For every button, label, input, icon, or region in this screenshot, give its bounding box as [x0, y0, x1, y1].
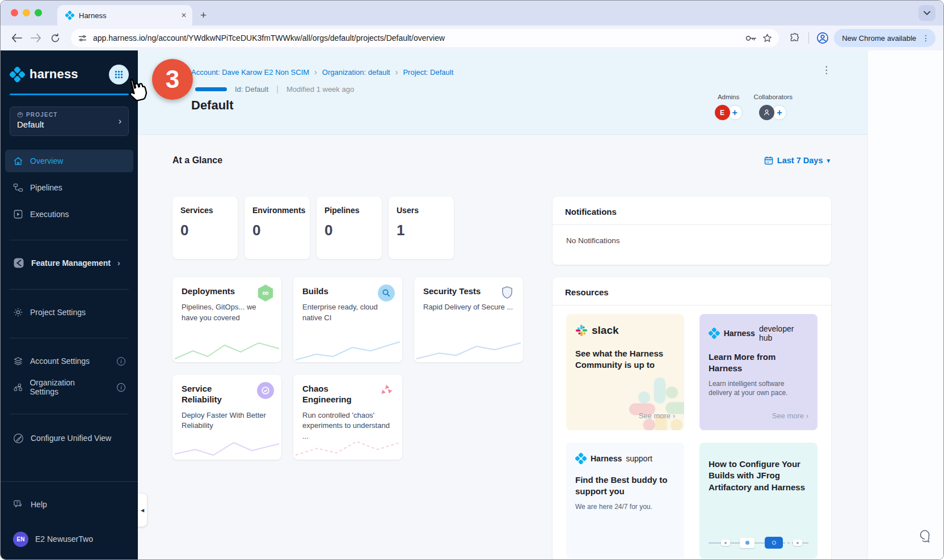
- sparkline: [172, 437, 281, 460]
- sidebar-item-project-settings[interactable]: Project Settings: [1, 301, 138, 324]
- stat-card-pipelines[interactable]: Pipelines 0: [317, 197, 382, 259]
- see-more-link[interactable]: See more ›: [772, 411, 808, 420]
- info-icon[interactable]: i: [117, 383, 125, 392]
- breadcrumb: Account: Dave Karow E2 Non SCIM › Organi…: [191, 67, 453, 77]
- project-options-menu[interactable]: ⋮: [821, 65, 831, 75]
- layers-icon: [13, 356, 23, 366]
- sidebar-item-organization-settings[interactable]: Organization Settings i: [1, 377, 138, 397]
- sidebar-user[interactable]: EN E2 NewuserTwo: [1, 529, 138, 549]
- stats-row: Services 0 Environments 0 Pipelines 0: [172, 197, 524, 259]
- module-card-chaos-engineering[interactable]: Chaos Engineering Run controlled 'chaos'…: [293, 375, 402, 460]
- close-window-button[interactable]: [11, 9, 18, 16]
- module-card-security-tests[interactable]: Security Tests Rapid Delivery of Secure …: [414, 277, 523, 362]
- zoom-window-button[interactable]: [35, 9, 42, 16]
- sidebar-item-configure-unified-view[interactable]: Configure Unified View: [1, 427, 138, 449]
- project-label: PROJECT: [26, 112, 58, 118]
- progress-bar: [195, 87, 227, 91]
- back-button[interactable]: [9, 30, 24, 46]
- stat-card-services[interactable]: Services 0: [172, 197, 238, 259]
- breadcrumb-organization-link[interactable]: Organization: default: [322, 68, 390, 77]
- collaborator-avatar[interactable]: [759, 105, 774, 120]
- configure-unified-view-label: Configure Unified View: [31, 434, 111, 443]
- main-content: Account: Dave Karow E2 Non SCIM › Organi…: [138, 50, 943, 560]
- new-chrome-button[interactable]: New Chrome available ⋮: [834, 29, 935, 47]
- forward-button[interactable]: [28, 30, 44, 46]
- harness-logo-icon: [709, 328, 720, 339]
- see-more-link[interactable]: See more ›: [639, 411, 675, 420]
- tab-title: Harness: [79, 11, 176, 20]
- stat-card-users[interactable]: Users 1: [389, 197, 454, 259]
- breadcrumb-project-link[interactable]: Project: Default: [403, 68, 453, 77]
- help-chat-icon: ?: [13, 499, 24, 510]
- harness-brand[interactable]: harness: [10, 67, 78, 82]
- tab-close-icon[interactable]: ✕: [181, 11, 187, 19]
- resources-panel: Resources slack See what the Harness Com…: [553, 277, 831, 560]
- resource-card-support[interactable]: Harness support Find the Best buddy to s…: [566, 443, 684, 559]
- stat-value: 0: [252, 222, 302, 239]
- page-title: Default: [191, 98, 234, 113]
- new-tab-button[interactable]: +: [200, 9, 206, 22]
- home-icon: [13, 156, 23, 166]
- chevron-right-icon: ›: [119, 116, 121, 126]
- svg-text:?: ?: [16, 501, 18, 505]
- breadcrumb-account-link[interactable]: Account: Dave Karow E2 Non SCIM: [191, 68, 309, 77]
- sidebar-collapse-handle[interactable]: ◀: [138, 494, 147, 527]
- chrome-menu-icon[interactable]: ⋮: [920, 35, 932, 41]
- resource-body: Learn intelligent software delivery at y…: [709, 379, 808, 398]
- project-meta: Id: Default | Modified 1 week ago: [195, 84, 354, 94]
- admins-group: Admins E +: [715, 94, 743, 120]
- bookmark-star-icon[interactable]: [762, 33, 772, 43]
- wrench-icon: [13, 433, 24, 444]
- url-bar[interactable]: app.harness.io/ng/account/YWdkwNPiTceDUK…: [71, 29, 779, 47]
- brand-name: harness: [30, 67, 78, 82]
- sidebar-item-overview[interactable]: Overview: [5, 150, 133, 172]
- site-info-icon[interactable]: [78, 33, 87, 43]
- stat-value: 0: [324, 222, 374, 239]
- tab-search-button[interactable]: [918, 5, 935, 21]
- user-avatar: EN: [13, 532, 28, 547]
- project-selector[interactable]: PROJECT Default ›: [10, 107, 129, 136]
- sidebar-item-account-settings[interactable]: Account Settings i: [1, 351, 138, 371]
- resource-card-slack[interactable]: slack See what the Harness Community is …: [566, 314, 684, 430]
- profile-icon[interactable]: [815, 30, 831, 46]
- resource-card-jfrog[interactable]: How to Configure Your Builds with JFrog …: [699, 443, 817, 559]
- extensions-icon[interactable]: [787, 30, 803, 46]
- user-name: E2 NewuserTwo: [35, 534, 93, 544]
- browser-tab[interactable]: Harness ✕: [57, 5, 192, 26]
- person-icon: [763, 109, 770, 116]
- reload-button[interactable]: [47, 30, 63, 46]
- sidebar-item-feature-management[interactable]: Feature Management ›: [1, 252, 138, 274]
- url-text[interactable]: app.harness.io/ng/account/YWdkwNPiTceDUK…: [93, 33, 740, 43]
- sidebar-item-help[interactable]: ? Help: [1, 494, 138, 515]
- admin-avatar[interactable]: E: [715, 105, 730, 120]
- password-key-icon[interactable]: [745, 35, 757, 42]
- date-range-selector[interactable]: Last 7 Days ▾: [764, 156, 830, 165]
- caret-down-icon: ▾: [827, 157, 830, 164]
- nav-label: Overview: [30, 156, 63, 166]
- resource-heading: Find the Best buddy to support you: [575, 474, 675, 498]
- chat-widget-button[interactable]: [920, 530, 934, 546]
- stat-value: 0: [180, 222, 230, 239]
- sidebar-item-pipelines[interactable]: Pipelines: [5, 176, 133, 199]
- sidebar: harness PROJECT Default ›: [1, 50, 138, 560]
- app-frame: harness PROJECT Default ›: [1, 50, 943, 560]
- sparkline: [414, 340, 523, 362]
- pipelines-icon: [13, 183, 23, 193]
- sidebar-item-executions[interactable]: Executions: [5, 203, 133, 226]
- notifications-title: Notifications: [553, 197, 831, 217]
- sparkline: [172, 340, 281, 362]
- chevron-right-icon: ›: [117, 258, 120, 268]
- module-card-deployments[interactable]: Deployments Pipelines, GitOps... we have…: [172, 277, 281, 362]
- info-icon[interactable]: i: [117, 357, 125, 366]
- stat-card-environments[interactable]: Environments 0: [245, 197, 310, 259]
- module-card-builds[interactable]: Builds Enterprise ready, cloud native CI: [293, 277, 402, 362]
- module-description: Enterprise ready, cloud native CI: [302, 302, 393, 324]
- sidebar-divider: [10, 289, 129, 290]
- brand-bold: Harness: [591, 454, 622, 463]
- resource-card-developer-hub[interactable]: Harness developer hub Learn More from Ha…: [699, 314, 817, 430]
- sidebar-bottom-divider: [1, 481, 138, 482]
- module-card-service-reliability[interactable]: Service Reliability Deploy Faster With B…: [172, 375, 281, 460]
- feature-management-icon: [13, 257, 24, 269]
- slack-logo-icon: [575, 324, 588, 337]
- minimize-window-button[interactable]: [23, 9, 30, 16]
